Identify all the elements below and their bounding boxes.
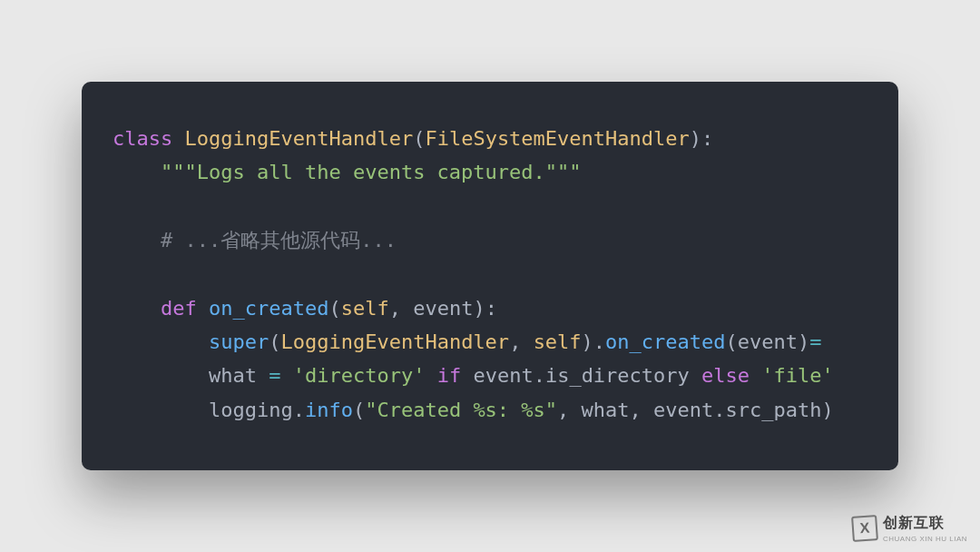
keyword-else: else <box>701 364 750 387</box>
var-what: what <box>209 364 257 387</box>
comment: # ...省略其他源代码... <box>161 229 397 251</box>
code-block: class LoggingEventHandler(FileSystemEven… <box>113 122 867 428</box>
watermark-main: 创新互联 <box>883 514 967 533</box>
watermark-text: 创新互联 CHUANG XIN HU LIAN <box>883 514 967 543</box>
super-call: super <box>209 330 269 353</box>
watermark-sub: CHUANG XIN HU LIAN <box>883 535 967 543</box>
docstring: """Logs all the events captured.""" <box>161 161 582 183</box>
function-name: on_created <box>209 297 328 320</box>
base-class: FileSystemEventHandler <box>425 127 689 150</box>
keyword-def: def <box>161 297 197 320</box>
code-card: class LoggingEventHandler(FileSystemEven… <box>82 82 898 471</box>
self-param: self <box>341 297 389 320</box>
watermark: X 创新互联 CHUANG XIN HU LIAN <box>852 514 967 543</box>
watermark-logo-icon: X <box>851 515 878 542</box>
param-event: event <box>413 297 473 320</box>
keyword-if: if <box>437 364 462 387</box>
class-name: LoggingEventHandler <box>184 127 413 150</box>
fn-info: info <box>305 399 353 421</box>
keyword-class: class <box>113 127 172 150</box>
module-logging: logging <box>209 399 293 421</box>
